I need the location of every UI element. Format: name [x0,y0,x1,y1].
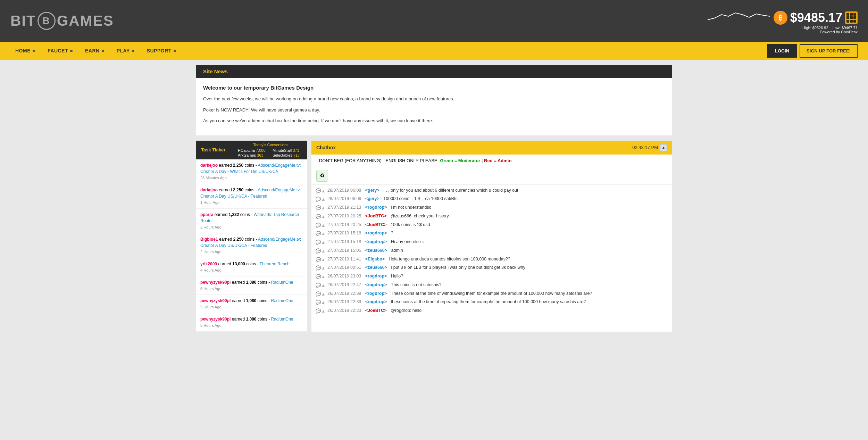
chat-msg-timestamp: 27/07/2019 20:25 [327,222,361,228]
logo-pre: BIT [10,13,36,29]
ticker-coins-label: coins - [240,212,254,217]
list-item: pparra earned 1,232 coins - Wannads: Tap… [196,209,307,233]
conv-arkgames: ArkGames 363 [238,153,269,157]
chat-rules-pipe: | [482,158,484,163]
ticker-campaign-link[interactable]: RadiumOne [271,317,293,322]
coindesk-grid-icon[interactable] [845,11,858,24]
ticker-earned-label: earned [232,298,246,303]
chat-like-icon[interactable]: ▲ [321,188,326,193]
price-chart [708,8,770,25]
chat-reply-icon[interactable]: 💬 [316,214,320,218]
chat-reply-icon[interactable]: 💬 [316,248,320,253]
conversions-title: Today's Conversions [238,143,304,147]
chat-msg-username: <JoeBTC> [365,213,387,219]
ticker-username: darkejoo [200,188,218,192]
ticker-coins-label: coins - [246,261,259,266]
chat-like-icon[interactable]: ▲ [321,214,326,218]
nav-item-home[interactable]: HOME [10,42,40,60]
nav-play-dot [132,50,134,52]
chat-msg-timestamp: 26/07/2019 22:47 [327,282,361,288]
chat-msg-icons: 💬 ▲ [316,214,326,218]
ticker-earned-label: earned [219,163,233,168]
chat-like-icon[interactable]: ▲ [321,274,326,279]
list-item: yrik2009 earned 13,000 coins - Theorem R… [196,258,307,276]
chat-reply-icon[interactable]: 💬 [316,257,320,261]
chat-moderator-label: Green = Moderator [440,158,480,163]
nav-item-support[interactable]: SUPPORT [142,42,181,60]
chat-reply-icon[interactable]: 💬 [316,196,320,201]
ticker-time: 5 Hours Ago [200,287,222,291]
chat-reply-icon[interactable]: 💬 [316,299,320,304]
ticker-campaign-link[interactable]: RadiumOne [271,298,293,303]
ticker-username: pparra [200,212,213,217]
chat-like-icon[interactable]: ▲ [321,205,326,210]
ticker-campaign-link[interactable]: Theorem Reach [260,261,290,266]
chat-like-icon[interactable]: ▲ [321,248,326,253]
ticker-coins: 1,232 [228,212,239,217]
chat-reply-icon[interactable]: 💬 [316,231,320,235]
logo-area: BIT B GAMES [10,12,114,30]
ticker-coins: 1,080 [246,298,256,303]
chat-reply-icon[interactable]: 💬 [316,308,320,313]
chat-msg-text: Hi any one else = [391,239,668,245]
chat-msg-icons: 💬 ▲ [316,257,326,261]
chat-msg-timestamp: 26/07/2019 22:39 [327,290,361,297]
chat-message: 💬 ▲ 27/07/2019 15:18 <rogdrop> Hi any on… [311,238,672,246]
price-details: High: $9526.92 Low: $9467.71 Powered by … [802,26,858,34]
chat-reply-icon[interactable]: 💬 [316,188,320,193]
chat-like-icon[interactable]: ▲ [321,291,326,296]
chat-reply-icon[interactable]: 💬 [316,291,320,296]
nav-home-label: HOME [15,48,31,53]
chat-like-icon[interactable]: ▲ [321,239,326,244]
ticker-coins: 13,000 [232,261,245,266]
chatbox-time: 02:43:17 PM ▲ [632,144,667,151]
chat-msg-timestamp: 27/07/2019 15:18 [327,230,361,236]
chat-like-icon[interactable]: ▲ [321,222,326,227]
chat-reply-icon[interactable]: 💬 [316,274,320,279]
chat-msg-icons: 💬 ▲ [316,188,326,193]
btc-icon: ₿ [774,11,787,25]
chat-msg-icons: 💬 ▲ [316,222,326,227]
nav-items: HOME FAUCET EARN PLAY SUPPORT [10,42,181,60]
ticker-coins-label: coins - [244,188,258,192]
chat-like-icon[interactable]: ▲ [321,257,326,261]
nav-item-play[interactable]: PLAY [112,42,139,60]
ticker-time: 5 Hours Ago [200,305,222,309]
chat-rules: - DON'T BEG (FOR ANYTHING) - ENGLISH ONL… [311,155,672,167]
ticker-username: Bigblue1 [200,237,218,242]
chat-like-icon[interactable]: ▲ [321,265,326,270]
chat-reply-icon[interactable]: 💬 [316,205,320,210]
chat-like-icon[interactable]: ▲ [321,282,326,287]
chat-like-icon[interactable]: ▲ [321,231,326,235]
chat-like-icon[interactable]: ▲ [321,299,326,304]
chat-emoji-button[interactable]: ♻ [316,170,328,182]
chat-msg-timestamp: 27/07/2019 15:05 [327,247,361,254]
chat-msg-text: . . . only for you and about 6 different… [383,187,668,194]
ticker-coins-label: coins - [258,280,271,285]
signup-button[interactable]: SIGN UP FOR FREE! [800,44,858,58]
coindesk-link[interactable]: CoinDesk [841,30,858,34]
chat-expand-button[interactable]: ▲ [660,144,667,151]
site-news-p1: Over the next few weeks, we will be work… [203,96,665,102]
chat-reply-icon[interactable]: 💬 [316,222,320,227]
nav-item-earn[interactable]: EARN [80,42,109,60]
nav-item-faucet[interactable]: FAUCET [43,42,77,60]
ticker-coins: 1,080 [246,280,256,285]
powered-by-label: Powered by [820,30,840,34]
chat-like-icon[interactable]: ▲ [321,308,326,313]
chat-msg-timestamp: 27/07/2019 21:13 [327,204,361,211]
site-news-p3: As you can see we've added a chat box fo… [203,117,665,124]
chatbox-title: Chatbox [316,145,336,150]
login-button[interactable]: LOGIN [767,44,797,58]
chat-msg-text: @rogdrop: hello [391,307,668,314]
chat-reply-icon[interactable]: 💬 [316,265,320,270]
ticker-campaign-link[interactable]: RadiumOne [271,280,293,285]
chat-msg-timestamp: 27/07/2019 00:51 [327,264,361,271]
chat-msg-icons: 💬 ▲ [316,239,326,244]
chat-reply-icon[interactable]: 💬 [316,239,320,244]
chat-reply-icon[interactable]: 💬 [316,282,320,287]
list-item: darkejoo earned 2,250 coins - Adscend/En… [196,184,307,209]
ticker-time: 4 Hours Ago [200,268,222,272]
chat-like-icon[interactable]: ▲ [321,196,326,201]
ticker-username: pewnyzysk90pl [200,317,231,322]
